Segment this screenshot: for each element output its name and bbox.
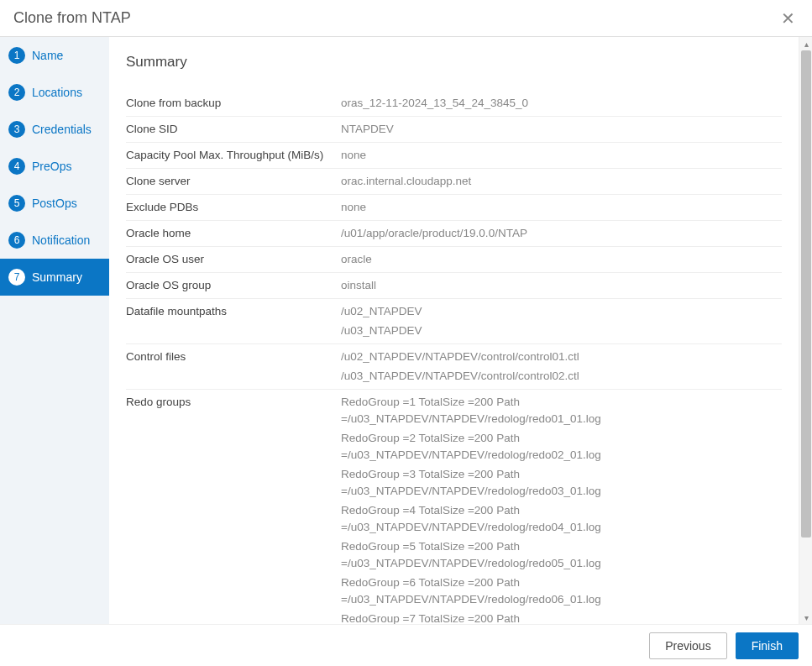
value: none	[341, 199, 782, 216]
line: RedoGroup =6 TotalSize =200 Path =/u03_N…	[341, 574, 782, 608]
value: /u02_NTAPDEV /u03_NTAPDEV	[341, 303, 782, 339]
main-content: Summary Clone from backup oras_12-11-202…	[109, 37, 799, 624]
line: /u03_NTAPDEV	[341, 323, 782, 339]
label: Capacity Pool Max. Throughput (MiB/s)	[126, 147, 341, 164]
scroll-down-arrow-icon[interactable]: ▾	[799, 611, 812, 624]
row-oracle-home: Oracle home /u01/app/oracle/product/19.0…	[126, 221, 782, 247]
row-clone-sid: Clone SID NTAPDEV	[126, 117, 782, 143]
sidebar-item-name[interactable]: 1 Name	[0, 37, 109, 74]
label: Redo groups	[126, 394, 341, 624]
sidebar-item-summary[interactable]: 7 Summary	[0, 259, 109, 296]
row-capacity-pool: Capacity Pool Max. Throughput (MiB/s) no…	[126, 143, 782, 169]
sidebar-item-notification[interactable]: 6 Notification	[0, 222, 109, 259]
row-oracle-os-group: Oracle OS group oinstall	[126, 273, 782, 299]
label: Clone server	[126, 173, 341, 190]
dialog-title: Clone from NTAP	[13, 9, 131, 27]
line: RedoGroup =7 TotalSize =200 Path =/u03_N…	[341, 611, 782, 624]
label: Clone from backup	[126, 95, 341, 112]
step-number: 4	[8, 158, 25, 175]
row-redo-groups: Redo groups RedoGroup =1 TotalSize =200 …	[126, 390, 782, 624]
summary-table: Clone from backup oras_12-11-2024_13_54_…	[126, 91, 782, 624]
step-number: 3	[8, 121, 25, 138]
label: Oracle OS group	[126, 277, 341, 294]
wizard-sidebar: 1 Name 2 Locations 3 Credentials 4 PreOp…	[0, 37, 109, 624]
sidebar-item-label: Credentials	[32, 123, 92, 136]
dialog-header: Clone from NTAP ✕	[0, 0, 812, 37]
value: oras_12-11-2024_13_54_24_3845_0	[341, 95, 782, 112]
close-icon: ✕	[781, 9, 795, 28]
sidebar-item-preops[interactable]: 4 PreOps	[0, 148, 109, 185]
dialog-footer: Previous Finish	[0, 624, 812, 666]
row-clone-from-backup: Clone from backup oras_12-11-2024_13_54_…	[126, 91, 782, 117]
value: none	[341, 147, 782, 164]
row-exclude-pdbs: Exclude PDBs none	[126, 195, 782, 221]
row-control-files: Control files /u02_NTAPDEV/NTAPDEV/contr…	[126, 344, 782, 390]
sidebar-item-postops[interactable]: 5 PostOps	[0, 185, 109, 222]
step-number: 2	[8, 84, 25, 101]
value: oinstall	[341, 277, 782, 294]
line: RedoGroup =3 TotalSize =200 Path =/u03_N…	[341, 466, 782, 500]
page-title: Summary	[126, 54, 782, 71]
label: Exclude PDBs	[126, 199, 341, 216]
value: RedoGroup =1 TotalSize =200 Path =/u03_N…	[341, 394, 782, 624]
finish-button[interactable]: Finish	[736, 632, 799, 659]
step-number: 7	[8, 269, 25, 286]
row-clone-server: Clone server orac.internal.cloudapp.net	[126, 169, 782, 195]
value: orac.internal.cloudapp.net	[341, 173, 782, 190]
step-number: 1	[8, 47, 25, 64]
label: Clone SID	[126, 121, 341, 138]
label: Oracle OS user	[126, 251, 341, 268]
previous-button[interactable]: Previous	[649, 632, 726, 659]
sidebar-item-label: Locations	[32, 86, 82, 99]
sidebar-item-credentials[interactable]: 3 Credentials	[0, 111, 109, 148]
line: /u02_NTAPDEV/NTAPDEV/control/control01.c…	[341, 349, 782, 365]
line: RedoGroup =4 TotalSize =200 Path =/u03_N…	[341, 502, 782, 536]
sidebar-item-locations[interactable]: 2 Locations	[0, 74, 109, 111]
vertical-scrollbar[interactable]: ▴ ▾	[799, 37, 812, 624]
line: RedoGroup =5 TotalSize =200 Path =/u03_N…	[341, 538, 782, 572]
label: Oracle home	[126, 225, 341, 242]
scroll-up-arrow-icon[interactable]: ▴	[799, 37, 812, 50]
sidebar-item-label: Summary	[32, 270, 82, 284]
line: /u03_NTAPDEV/NTAPDEV/control/control02.c…	[341, 368, 782, 385]
row-datafile-mountpaths: Datafile mountpaths /u02_NTAPDEV /u03_NT…	[126, 299, 782, 344]
value: /u02_NTAPDEV/NTAPDEV/control/control01.c…	[341, 349, 782, 385]
line: RedoGroup =2 TotalSize =200 Path =/u03_N…	[341, 430, 782, 464]
value: oracle	[341, 251, 782, 268]
step-number: 6	[8, 232, 25, 249]
label: Control files	[126, 349, 341, 385]
value: /u01/app/oracle/product/19.0.0/NTAP	[341, 225, 782, 242]
step-number: 5	[8, 195, 25, 212]
sidebar-item-label: Notification	[32, 233, 90, 247]
row-oracle-os-user: Oracle OS user oracle	[126, 247, 782, 273]
label: Datafile mountpaths	[126, 303, 341, 339]
sidebar-item-label: PreOps	[32, 160, 71, 173]
close-button[interactable]: ✕	[778, 10, 799, 27]
value: NTAPDEV	[341, 121, 782, 138]
line: /u02_NTAPDEV	[341, 303, 782, 320]
line: RedoGroup =1 TotalSize =200 Path =/u03_N…	[341, 394, 782, 427]
sidebar-item-label: PostOps	[32, 197, 77, 210]
scroll-thumb[interactable]	[801, 50, 811, 538]
sidebar-item-label: Name	[32, 49, 63, 62]
